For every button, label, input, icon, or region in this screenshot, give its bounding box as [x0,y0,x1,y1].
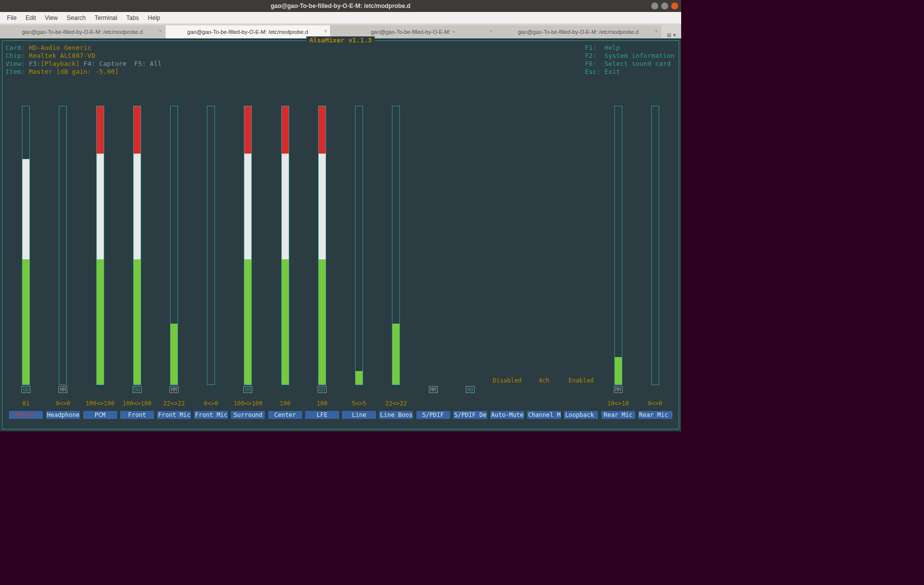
channel-value: 5<>5 [347,400,371,408]
tab-close-icon[interactable]: × [324,28,327,34]
channel-name: Front Mic [194,411,228,419]
enum-value: Disabled [493,377,522,384]
channel-name: Line Boost [379,411,413,419]
channel-name: Front Mic [157,411,191,419]
mixer-channel[interactable]: Disabled [489,106,526,394]
window-controls [651,2,678,9]
new-tab-icon[interactable]: ⊞ [667,32,671,38]
menu-help[interactable]: Help [144,13,165,22]
tab-menu-icon[interactable]: ▾ [673,32,676,38]
channel-name: Rear Mic [601,411,635,419]
mixer-channel[interactable] [377,106,414,394]
volume-bar[interactable] [651,106,659,385]
terminal-tab[interactable]: gao@gao-To-be-filled-by-O-E-M: /etc/modp… [496,25,662,38]
volume-bar[interactable] [96,106,104,385]
mute-indicator[interactable]: OO [21,386,30,393]
mixer-channel[interactable] [341,106,377,394]
channel-name: Rear Mic B [638,411,672,419]
terminal-tab[interactable]: gao@gao-To-be-filled-by-O-E-M: /etc/modp… [0,25,166,38]
mute-indicator[interactable]: MM [170,386,179,393]
channel-value: 81 [13,400,38,408]
volume-bar[interactable] [614,106,622,385]
mixer-channel[interactable]: 4ch [526,106,562,394]
mixer-channel[interactable]: OO [119,106,156,394]
channel-value: 0<>0 [50,400,75,408]
channel-value [421,400,446,408]
terminal-tab[interactable]: gao@gao-To-be-filled-by-O-E-M: /etc/modp… [166,25,331,38]
tab-close-icon[interactable]: × [655,28,658,34]
mixer-channel[interactable]: OO [452,106,489,394]
menu-terminal[interactable]: Terminal [91,13,121,22]
mixer-channel[interactable]: OO [229,106,266,394]
mixer-channel[interactable]: Enabled [562,106,599,394]
mute-indicator[interactable]: MM [58,386,67,393]
volume-bar[interactable] [59,106,67,385]
window-titlebar: gao@gao-To-be-filled-by-O-E-M: /etc/modp… [0,0,681,12]
channel-name: Master [9,411,43,419]
mixer-channel[interactable] [81,106,118,394]
channel-value: 100 [310,400,335,408]
mixer-channel[interactable] [637,106,674,394]
tab-label: gao@gao-To-be-filled-by-O-E-M: /etc/modp… [187,29,308,35]
volume-bar[interactable] [281,106,289,385]
channel-name: Auto-Mute [490,411,524,419]
mixer-channel[interactable]: MM [156,106,192,394]
channel-name: LFE [305,411,339,419]
volume-bar[interactable] [355,106,363,385]
close-icon[interactable] [671,2,678,9]
channel-name: Channel Mo [527,411,561,419]
volume-bar[interactable] [170,106,178,385]
menu-bar: FileEditViewSearchTerminalTabsHelp [0,12,681,23]
volume-bar[interactable] [133,106,141,385]
mute-indicator[interactable]: OO [243,386,252,393]
menu-tabs[interactable]: Tabs [122,13,143,22]
mute-indicator[interactable]: OO [133,386,142,393]
mixer-channel[interactable] [267,106,304,394]
mixer-channel[interactable]: MM [414,106,451,394]
channel-value [532,400,556,408]
mute-indicator[interactable]: MM [614,386,623,393]
channel-name: PCM [83,411,117,419]
terminal-area[interactable]: AlsaMixer v1.1.3 Card: HD-Audio Generic … [0,38,681,431]
channel-value: 10<>10 [606,400,631,408]
maximize-icon[interactable] [661,2,668,9]
mixer-channel[interactable]: OO [304,106,341,394]
mute-indicator[interactable]: MM [429,386,438,393]
volume-bar[interactable] [22,106,30,385]
menu-edit[interactable]: Edit [21,13,40,22]
tab-extras: ⊞ ▾ [661,32,681,38]
tab-close-icon[interactable]: × [159,28,162,34]
mute-indicator[interactable]: OO [466,386,475,393]
channel-name: Surround [231,411,265,419]
window-title: gao@gao-To-be-filled-by-O-E-M: /etc/modp… [271,2,410,9]
menu-search[interactable]: Search [63,13,90,22]
mixer-sliders: OOMMOOMMOOOOMMOODisabled4chEnabledMM [7,106,674,394]
enum-value: Enabled [568,377,594,384]
minimize-icon[interactable] [651,2,658,9]
menu-file[interactable]: File [3,13,20,22]
alsamixer-frame: AlsaMixer v1.1.3 Card: HD-Audio Generic … [2,40,679,429]
volume-bar[interactable] [244,106,252,385]
volume-bar[interactable] [392,106,400,385]
value-row: 810<>0100<>100100<>10022<>220<>0100<>100… [7,400,674,408]
channel-name: Line [342,411,376,419]
channel-value [458,400,483,408]
mixer-channel[interactable] [192,106,229,394]
mixer-channel[interactable]: OO [7,106,44,394]
menu-view[interactable]: View [41,13,62,22]
volume-bar[interactable] [207,106,215,385]
mixer-channel[interactable]: MM [600,106,637,394]
volume-bar[interactable] [318,106,326,385]
mute-indicator[interactable]: OO [318,386,327,393]
info-left: Card: HD-Audio Generic Chip: Realtek ALC… [5,44,162,76]
channel-name: S/PDIF Def [453,411,487,419]
channel-value: 0<>0 [198,400,223,408]
channel-name: Front [120,411,154,419]
alsamixer-title: AlsaMixer v1.1.3 [306,36,374,44]
channel-value: 100<>100 [86,400,115,408]
tab-label: gao@gao-To-be-filled-by-O-E-M: /etc/modp… [518,29,639,35]
mixer-channel[interactable]: MM [44,106,81,394]
channel-value [568,400,593,408]
tab-close-icon[interactable]: × [490,28,493,34]
enum-value: 4ch [539,377,550,384]
